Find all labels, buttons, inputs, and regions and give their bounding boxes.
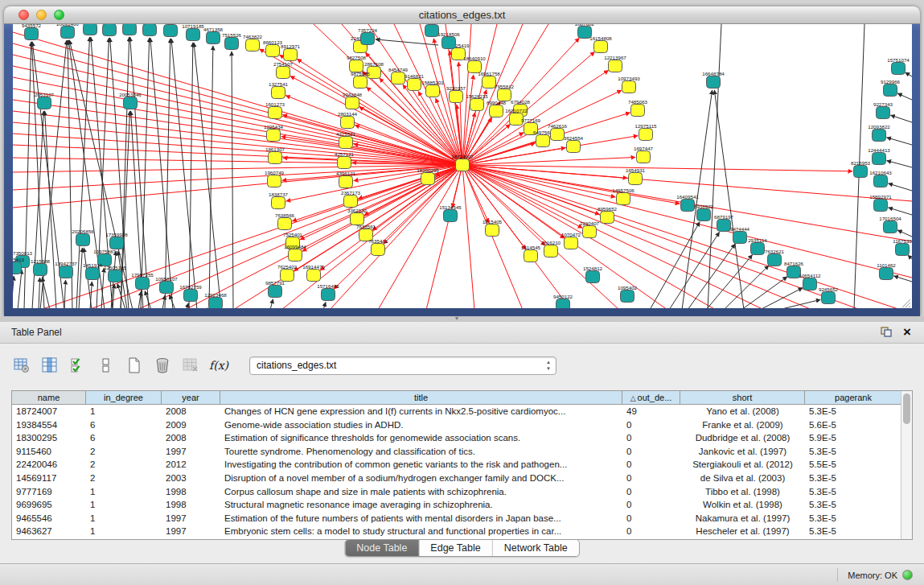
graph-node[interactable]: 17957255	[131, 272, 154, 290]
graph-node[interactable]: 15134545	[439, 204, 462, 222]
graph-edge[interactable]	[334, 165, 462, 289]
graph-edge[interactable]	[778, 299, 820, 308]
graph-node[interactable]: 12505185	[104, 265, 126, 282]
tab-node-table[interactable]: Node Table	[345, 540, 419, 556]
graph-node[interactable]: 7638566	[275, 212, 295, 230]
graph-node[interactable]: 12444413	[868, 147, 890, 165]
graph-edge[interactable]	[45, 111, 56, 308]
graph-edge[interactable]	[462, 165, 582, 228]
float-panel-icon[interactable]	[881, 327, 892, 337]
table-row[interactable]: 969969511998Structural magnetic resonanc…	[12, 498, 901, 512]
graph-edge[interactable]	[171, 39, 197, 308]
column-header-short[interactable]: short	[680, 391, 805, 404]
graph-node[interactable]: 2367173	[341, 190, 361, 208]
graph-node[interactable]: 16782759	[179, 284, 202, 302]
graph-node[interactable]: 3362132	[347, 208, 368, 225]
citation-graph[interactable]: 1872400718300295161548081221396710973493…	[13, 24, 912, 308]
graph-edge[interactable]	[906, 72, 912, 76]
graph-node[interactable]: 9450122	[553, 294, 573, 309]
graph-node[interactable]: 1215688	[31, 258, 51, 276]
graph-edge[interactable]	[39, 278, 40, 308]
graph-node[interactable]: 1524812	[583, 266, 603, 283]
graph-node[interactable]: 1616210	[541, 240, 561, 257]
graph-node[interactable]: 16099484	[284, 244, 306, 262]
graph-node[interactable]: 7632621	[765, 249, 785, 266]
graph-node[interactable]: 9857791	[265, 280, 285, 298]
graph-node[interactable]: 1601273	[265, 101, 285, 119]
graph-node[interactable]: 1451934	[83, 262, 103, 280]
graph-node[interactable]: 7357224	[358, 27, 378, 45]
function-icon[interactable]: f(x)	[208, 355, 229, 376]
graph-node[interactable]: 15892971	[869, 194, 892, 212]
column-header-title[interactable]: title	[220, 391, 622, 404]
graph-edge[interactable]	[232, 51, 233, 308]
tab-network-table[interactable]: Network Table	[493, 540, 579, 556]
graph-node[interactable]: 16154808	[589, 35, 612, 53]
graph-node[interactable]: 1167533	[893, 238, 912, 256]
graph-edge[interactable]	[323, 303, 326, 308]
graph-node[interactable]: 4396121	[336, 171, 356, 188]
graph-node[interactable]: 1815405	[483, 219, 503, 237]
table-scrollbar[interactable]	[901, 391, 912, 539]
graph-node[interactable]: 10654112	[799, 273, 821, 290]
graph-node[interactable]: 1225434	[264, 124, 284, 142]
graph-node[interactable]: 16210643	[869, 170, 892, 187]
graph-edge[interactable]	[462, 165, 852, 171]
graph-edge[interactable]	[462, 165, 474, 308]
graph-edge[interactable]	[688, 244, 735, 308]
graph-node[interactable]: 3624554	[564, 135, 584, 153]
graph-edge[interactable]	[189, 43, 193, 308]
graph-edge[interactable]	[13, 43, 462, 165]
graph-node[interactable]: 9875085	[351, 71, 371, 89]
graph-node[interactable]: 10653267	[118, 24, 141, 35]
table-row[interactable]: 946362711997Embryonic stem cells: a mode…	[12, 525, 901, 538]
table-settings-icon[interactable]	[11, 355, 32, 376]
graph-edge[interactable]	[887, 138, 912, 145]
graph-edge[interactable]	[889, 208, 912, 215]
graph-node[interactable]: 1101462	[877, 262, 896, 280]
graph-edge[interactable]	[270, 299, 273, 308]
graph-edge[interactable]	[462, 157, 635, 165]
graph-edge[interactable]	[889, 183, 912, 191]
graph-node[interactable]: 9474444	[730, 226, 750, 244]
graph-node[interactable]: 9827508	[347, 55, 367, 72]
network-canvas[interactable]: 1872400718300295161548081221396710973493…	[13, 24, 912, 308]
graph-node[interactable]: 6466160	[161, 24, 181, 37]
graph-edge[interactable]	[64, 280, 66, 308]
graph-node[interactable]: 12093822	[868, 124, 890, 142]
column-header-in_degree[interactable]: in_degree	[86, 391, 162, 404]
graph-node[interactable]: 1577007	[100, 24, 120, 36]
table-row[interactable]: 911546021997Tourette syndrome. Phenomeno…	[12, 445, 901, 459]
graph-edge[interactable]	[24, 42, 31, 308]
graph-edge[interactable]	[462, 165, 526, 249]
graph-node[interactable]: 9227343	[873, 101, 893, 119]
graph-node[interactable]: 6497568	[533, 130, 553, 147]
graph-edge[interactable]	[300, 165, 462, 240]
window-titlebar[interactable]: citations_edges.txt	[4, 6, 920, 24]
graph-node[interactable]: 9435572	[22, 24, 42, 40]
graph-edge[interactable]	[669, 232, 720, 308]
graph-edge[interactable]	[908, 255, 912, 259]
graph-edge[interactable]	[887, 161, 912, 167]
graph-node[interactable]: 7485063	[628, 99, 648, 117]
graph-node[interactable]: 9242848	[343, 92, 363, 109]
graph-node[interactable]: 4257121	[335, 151, 355, 169]
graph-edge[interactable]	[897, 230, 912, 237]
graph-node[interactable]: 1514545	[521, 245, 541, 262]
graph-node[interactable]: 2803144	[338, 111, 358, 129]
graph-node[interactable]: 15751074	[887, 57, 910, 75]
graph-edge[interactable]	[741, 277, 787, 308]
graph-edge[interactable]	[890, 115, 912, 122]
graph-node[interactable]: 10958107	[155, 276, 178, 294]
table-row[interactable]: 946554611997Estimation of the future num…	[12, 512, 901, 525]
graph-node[interactable]: 20053346	[119, 92, 142, 109]
graph-edge[interactable]	[706, 255, 753, 308]
graph-node[interactable]: 1070472	[561, 232, 581, 249]
column-header-out_de[interactable]: △out_de...	[622, 391, 680, 404]
new-document-icon[interactable]	[124, 355, 145, 376]
graph-node[interactable]: 12923468	[204, 292, 227, 309]
table-row[interactable]: 1456911722003Disruption of a novel membe…	[12, 472, 901, 485]
tab-edge-table[interactable]: Edge Table	[419, 540, 492, 556]
graph-node[interactable]: 8912971	[281, 43, 301, 61]
graph-edge[interactable]	[462, 165, 680, 204]
